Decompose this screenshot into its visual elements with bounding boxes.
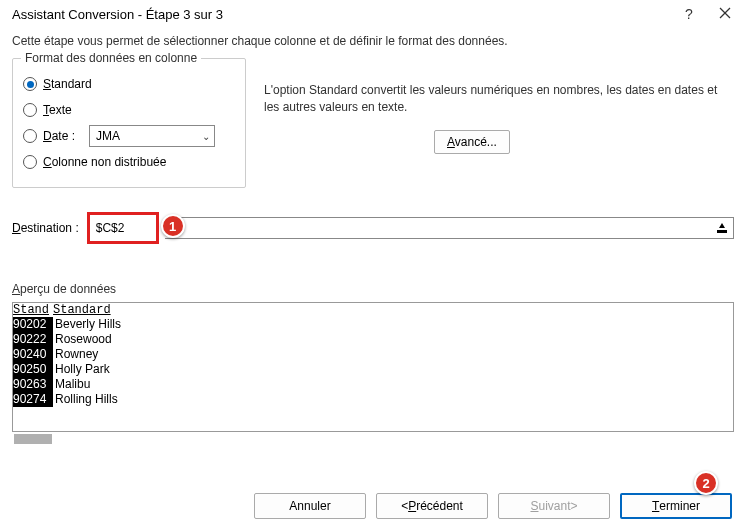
radio-text[interactable]: Texte	[23, 99, 235, 121]
radio-icon	[23, 77, 37, 91]
radio-standard[interactable]: Standard	[23, 73, 235, 95]
top-row: Format des données en colonne Standard T…	[12, 58, 734, 188]
callout-badge-2: 2	[694, 471, 718, 495]
radio-icon	[23, 155, 37, 169]
preview-group: Aperçu de données Stand Standard 90202Be…	[12, 282, 734, 444]
next-button: Suivant >	[498, 493, 610, 519]
radio-text-label: Texte	[43, 103, 72, 117]
range-picker-icon	[715, 221, 729, 235]
chevron-down-icon: ⌄	[202, 131, 210, 142]
table-row[interactable]: 90222Rosewood	[13, 332, 733, 347]
preview-header-col2: Standard	[53, 303, 733, 317]
window-title: Assistant Conversion - Étape 3 sur 3	[12, 7, 223, 22]
cell-zip: 90250	[13, 362, 53, 377]
cell-city: Holly Park	[53, 362, 733, 377]
radio-skip[interactable]: Colonne non distribuée	[23, 151, 235, 173]
wizard-window: Assistant Conversion - Étape 3 sur 3 ? C…	[0, 0, 746, 529]
cell-city: Beverly Hills	[53, 317, 733, 332]
table-row[interactable]: 90263Malibu	[13, 377, 733, 392]
titlebar: Assistant Conversion - Étape 3 sur 3 ?	[0, 0, 746, 30]
back-button[interactable]: < Précédent	[376, 493, 488, 519]
cell-zip: 90274	[13, 392, 53, 407]
destination-input-wrap: 1	[87, 212, 159, 244]
horizontal-scroll-indicator[interactable]	[14, 434, 52, 444]
cell-city: Rolling Hills	[53, 392, 733, 407]
cell-zip: 90202	[13, 317, 53, 332]
cell-zip: 90222	[13, 332, 53, 347]
titlebar-controls: ?	[680, 6, 734, 22]
advanced-button[interactable]: Avancé...	[434, 130, 510, 154]
preview-body[interactable]: 90202Beverly Hills90222Rosewood90240Rown…	[13, 317, 733, 431]
destination-input[interactable]	[87, 212, 159, 244]
table-row[interactable]: 90250Holly Park	[13, 362, 733, 377]
cancel-button[interactable]: Annuler	[254, 493, 366, 519]
table-row[interactable]: 90240Rowney	[13, 347, 733, 362]
help-button[interactable]: ?	[680, 6, 698, 22]
preview-header: Stand Standard	[13, 303, 733, 317]
radio-icon	[23, 129, 37, 143]
column-format-group: Format des données en colonne Standard T…	[12, 58, 246, 188]
preview-title: Aperçu de données	[12, 282, 734, 296]
radio-date-label: Date :	[43, 129, 75, 143]
cell-city: Rowney	[53, 347, 733, 362]
intro-text: Cette étape vous permet de sélectionner …	[12, 34, 734, 48]
radio-icon	[23, 103, 37, 117]
preview-box: Stand Standard 90202Beverly Hills90222Ro…	[12, 302, 734, 432]
cell-zip: 90240	[13, 347, 53, 362]
date-format-value: JMA	[96, 129, 120, 143]
destination-row: Destination : 1	[12, 212, 734, 244]
close-icon	[719, 7, 731, 19]
format-description-pane: L'option Standard convertit les valeurs …	[264, 58, 734, 188]
callout-badge-1: 1	[161, 214, 185, 238]
svg-rect-2	[717, 230, 727, 233]
button-row: Annuler < Précédent Suivant > 2 Terminer	[254, 493, 732, 519]
radio-standard-label: Standard	[43, 77, 92, 91]
cell-city: Malibu	[53, 377, 733, 392]
destination-ref-field[interactable]	[165, 217, 734, 239]
cell-zip: 90263	[13, 377, 53, 392]
radio-date[interactable]: Date : JMA ⌄	[23, 125, 235, 147]
date-format-select[interactable]: JMA ⌄	[89, 125, 215, 147]
format-description: L'option Standard convertit les valeurs …	[264, 82, 734, 116]
table-row[interactable]: 90274Rolling Hills	[13, 392, 733, 407]
radio-skip-label: Colonne non distribuée	[43, 155, 166, 169]
destination-label: Destination :	[12, 221, 79, 235]
preview-header-col1: Stand	[13, 303, 53, 317]
close-button[interactable]	[716, 6, 734, 22]
cell-city: Rosewood	[53, 332, 733, 347]
column-format-title: Format des données en colonne	[21, 51, 201, 65]
finish-button[interactable]: Terminer	[620, 493, 732, 519]
table-row[interactable]: 90202Beverly Hills	[13, 317, 733, 332]
content-area: Cette étape vous permet de sélectionner …	[0, 30, 746, 444]
